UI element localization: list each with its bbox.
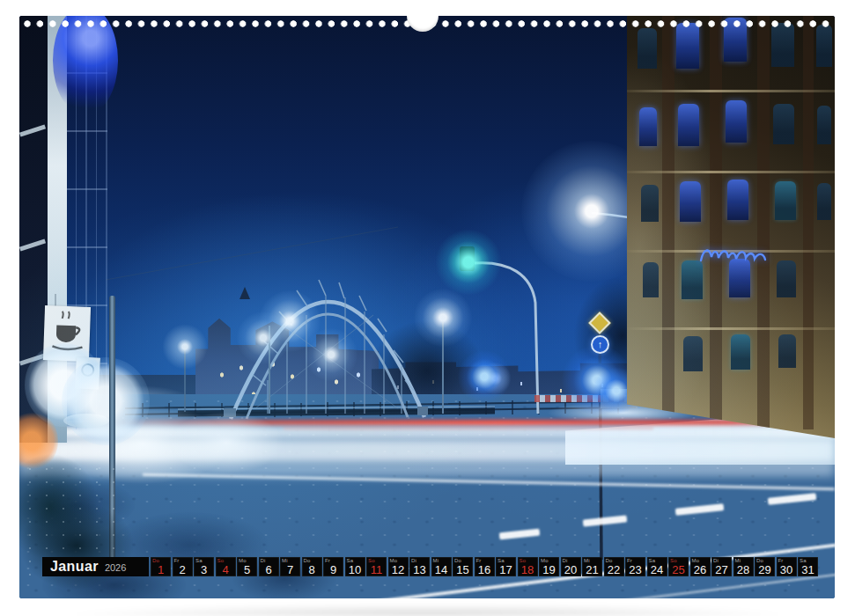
day-number: 31 xyxy=(798,564,818,576)
headlight-trail xyxy=(19,465,835,475)
cornice xyxy=(627,250,835,253)
lamp-flare xyxy=(62,357,150,445)
day-number: 28 xyxy=(733,564,754,576)
day-number: 1 xyxy=(151,564,171,576)
lit-windows xyxy=(372,357,653,417)
window xyxy=(639,107,657,146)
street-lamp-glow xyxy=(305,328,357,381)
calendar-day-cell: Fr16 xyxy=(475,557,495,576)
tree-silhouette xyxy=(370,320,484,422)
blue-signal-flare xyxy=(592,366,641,415)
lane-marking xyxy=(768,493,817,505)
street-lamp-glow xyxy=(237,312,290,364)
window xyxy=(731,334,750,370)
lane-marking xyxy=(499,529,541,540)
priority-road-sign xyxy=(588,312,610,334)
day-number: 14 xyxy=(431,564,452,576)
window xyxy=(643,262,659,297)
cornice xyxy=(627,90,835,92)
day-number: 3 xyxy=(194,564,214,576)
day-number: 9 xyxy=(323,564,343,576)
window xyxy=(638,28,657,69)
calendar-day-cell: Mo12 xyxy=(388,557,409,576)
calendar-day-cell: Do15 xyxy=(453,557,473,576)
headlight-trail xyxy=(19,438,835,463)
day-number: 26 xyxy=(690,564,711,576)
calendar-day-cell: Fr2 xyxy=(173,557,193,576)
calendar-day-cell: Mo19 xyxy=(539,557,559,576)
brick-pilaster xyxy=(662,16,674,429)
lane-marking xyxy=(675,503,725,516)
calendar-day-cell: Mi14 xyxy=(431,557,452,576)
window xyxy=(683,336,703,371)
day-number: 5 xyxy=(237,564,257,576)
day-number: 18 xyxy=(518,564,538,576)
calendar-day-cell: Do8 xyxy=(302,557,322,576)
day-number: 23 xyxy=(625,564,645,576)
calendar-day-cell: Di13 xyxy=(409,557,430,576)
street-lamp-glow xyxy=(414,289,472,347)
calendar-day-cell: Do22 xyxy=(604,557,624,576)
day-number: 22 xyxy=(604,564,624,576)
calendar-day-cell: Do29 xyxy=(755,557,775,576)
green-traffic-light-glow xyxy=(435,229,502,296)
slush-foreground xyxy=(19,465,398,598)
calendar-day-cell: Sa31 xyxy=(798,557,818,576)
day-number: 17 xyxy=(496,564,516,576)
bush xyxy=(19,454,99,560)
balcony-edge xyxy=(19,238,46,251)
window xyxy=(680,181,701,222)
month-name: Januar xyxy=(50,559,99,575)
calendar-day-cell: Mi28 xyxy=(733,557,754,576)
right-building xyxy=(627,16,835,438)
window xyxy=(778,334,796,368)
page-shadow xyxy=(12,602,843,616)
day-number: 4 xyxy=(216,564,236,576)
day-number: 10 xyxy=(345,564,365,576)
lamp-flare xyxy=(25,343,104,427)
red-light-trail xyxy=(284,428,653,430)
lane-marking xyxy=(583,515,628,526)
street-lamp-glow xyxy=(521,141,662,282)
calendar-sheet: { "page": { "bg_color": "#ffffff" }, "ca… xyxy=(0,0,855,616)
calendar-day-cell: So4 xyxy=(216,557,236,576)
day-number: 20 xyxy=(561,564,581,576)
window xyxy=(775,181,796,220)
day-number: 15 xyxy=(453,564,473,576)
calendar-day-cell: Sa3 xyxy=(194,557,214,576)
distant-buildings xyxy=(372,357,653,417)
mandatory-direction-sign: ↑ xyxy=(591,335,609,354)
historic-building xyxy=(195,313,379,419)
calendar-day-cell: Mi21 xyxy=(582,557,602,576)
street-lamp-glow xyxy=(259,290,321,352)
night-street-photo: ↑ xyxy=(19,16,835,598)
street-lamp-glow xyxy=(160,322,210,371)
calendar-day-cell: Di27 xyxy=(711,557,732,576)
day-number: 24 xyxy=(647,564,667,576)
tree-silhouette xyxy=(574,276,671,395)
tree-silhouette xyxy=(627,315,706,412)
day-number: 27 xyxy=(711,564,732,576)
blue-signal-flare xyxy=(458,350,511,403)
day-number: 19 xyxy=(539,564,559,576)
calendar-day-cell: Sa10 xyxy=(345,557,365,576)
glass-bay xyxy=(67,16,107,429)
snowy-sidewalk xyxy=(565,403,835,465)
day-number: 12 xyxy=(388,564,409,576)
window xyxy=(771,23,794,67)
headlight-burst xyxy=(169,412,284,473)
calendar-day-cell: Fr30 xyxy=(777,557,797,576)
calendar-day-cell: So18 xyxy=(518,557,538,576)
day-number: 2 xyxy=(173,564,193,576)
window xyxy=(816,25,832,67)
cornice xyxy=(627,171,835,173)
calendar-day-cell: Sa24 xyxy=(647,557,667,576)
calendar-day-cell: Mi7 xyxy=(280,557,300,576)
blue-facade-light xyxy=(53,16,118,115)
window xyxy=(726,100,747,143)
small-sign xyxy=(75,356,100,389)
coffee-cup-icon xyxy=(43,305,91,362)
calendar-day-cell: Di20 xyxy=(561,557,581,576)
day-number: 7 xyxy=(280,564,300,576)
cornice xyxy=(627,327,835,330)
